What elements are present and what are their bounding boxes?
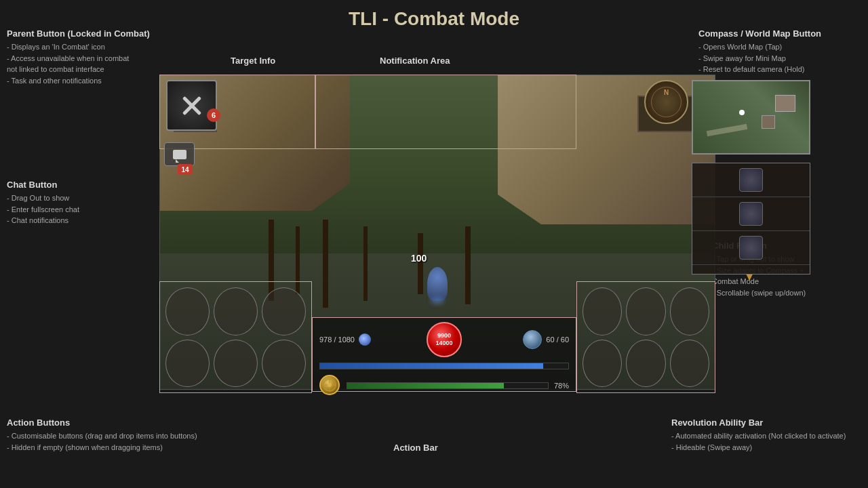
revolution-ability-bar [576,281,715,393]
action-btn-3[interactable] [262,287,306,336]
annotation-chat: Chat Button - Drag Out to show - Enter f… [7,180,129,226]
minimap-building-2 [762,115,775,129]
health-orb: 9900 14000 [427,322,462,357]
xp-bar-wrapper [347,381,549,390]
ribbon-item-3 [692,231,810,265]
xp-percent-text: 78% [554,382,569,390]
ann-parent-button-title: Parent Button (Locked in Combat) [7,28,156,39]
mana-gem-icon [359,333,371,346]
chat-icon [173,150,186,159]
annotation-revolution: Revolution Ability Bar - Automated abili… [671,418,861,453]
health-text: 9900 14000 [435,332,452,347]
minimap-road [707,124,747,136]
bars-section [313,363,576,369]
tree-6 [465,226,471,304]
action-btn-5[interactable] [214,340,258,388]
tree-4 [363,226,368,301]
ann-revolution-body: - Automated ability activation (Not clic… [671,430,861,453]
minimap-content [693,81,809,153]
target-icon-inner [172,85,212,126]
xp-row: 78% [313,372,576,399]
action-buttons-area [159,281,312,393]
ann-chat-title: Chat Button [7,180,129,190]
ann-chat-body: - Drag Out to show - Enter fullscreen ch… [7,192,129,226]
ribbon-item-1 [692,163,810,197]
ann-compass-body: - Opens World Map (Tap) - Swipe away for… [698,41,861,75]
rev-btn-5[interactable] [626,340,665,388]
ribbon-item-2 [692,197,810,231]
stamina-text: 60 / 60 [546,336,569,344]
annotation-action-bar: Action Bar [393,443,438,453]
ann-parent-button-body: - Displays an 'In Combat' icon - Access … [7,41,156,86]
stamina-gem-icon [523,330,542,349]
chat-notification-badge: 14 [178,164,193,175]
action-btn-4[interactable] [165,340,210,388]
level-orb-wrapper [319,375,341,396]
xp-bar-fill [347,383,504,388]
minimap-player-marker [739,110,745,115]
target-xmark-icon [178,92,205,119]
minimap-building-1 [775,95,795,112]
player-figure [427,267,448,301]
stamina-group: 60 / 60 [466,330,569,349]
ann-revolution-title: Revolution Ability Bar [671,418,861,428]
page-title: TLI - Combat Mode [349,8,519,30]
ribbon-icon-2 [739,202,763,226]
mana-text: 978 / 1080 [319,336,355,344]
annotation-action-buttons: Action Buttons - Customisable buttons (d… [7,418,210,453]
level-orb [319,375,340,395]
ribbon-icon-3 [739,236,763,260]
action-btn-2[interactable] [214,287,258,336]
mana-group: 978 / 1080 [319,333,422,346]
rev-btn-2[interactable] [626,287,665,336]
chat-button[interactable] [164,142,195,166]
child-ribbon[interactable] [692,163,810,274]
annotation-compass: Compass / World Map Button - Opens World… [698,28,861,75]
svg-point-3 [328,383,332,387]
rev-btn-3[interactable] [670,287,709,336]
target-level-badge: 6 [207,108,220,122]
annotation-parent-button: Parent Button (Locked in Combat) - Displ… [7,28,156,86]
stats-row-top: 978 / 1080 9900 14000 60 / 60 [313,318,576,361]
ribbon-icon-1 [739,168,763,192]
rev-btn-6[interactable] [670,340,709,388]
rev-btn-4[interactable] [583,340,622,388]
mana-bar-fill [320,363,543,369]
rev-btn-1[interactable] [583,287,622,336]
xp-bar-container [347,382,549,389]
minimap[interactable] [692,80,810,155]
compass-inner [651,87,682,117]
damage-number: 100 [411,253,427,264]
ribbon-arrow-icon[interactable]: ▼ [744,271,755,283]
action-btn-6[interactable] [262,340,306,388]
player-character [427,267,448,301]
annotation-target-info: Target Info [231,56,275,66]
tree-3 [323,220,328,308]
action-btn-1[interactable] [165,287,210,336]
annotation-notification-area: Notification Area [380,56,450,66]
tree-5 [418,233,423,294]
level-icon [322,378,337,392]
ann-action-buttons-title: Action Buttons [7,418,210,428]
mana-bar-container [319,363,569,369]
action-bar: 978 / 1080 9900 14000 60 / 60 [312,317,576,392]
target-icon[interactable] [166,80,217,131]
ann-compass-title: Compass / World Map Button [698,28,861,39]
ann-action-buttons-body: - Customisable buttons (drag and drop it… [7,430,210,453]
compass-button[interactable] [644,80,688,124]
